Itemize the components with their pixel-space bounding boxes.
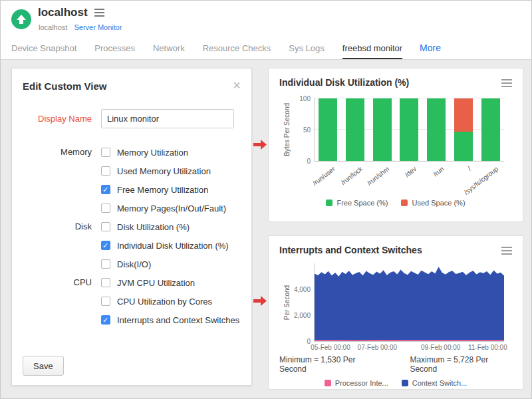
legend-label: Processor Inte... (335, 379, 388, 387)
legend-swatch (402, 380, 408, 386)
bar-category-cell: /run (422, 162, 450, 194)
checkbox-label: CPU Utilization by Cores (117, 297, 212, 307)
breadcrumb-host[interactable]: localhost (39, 23, 67, 31)
display-name-input[interactable] (101, 109, 234, 128)
app-window: localhost localhost Server Monitor Devic… (0, 0, 532, 399)
legend-item-free-space[interactable]: Free Space (%) (326, 199, 388, 207)
checkbox-option-individual-disk-utilization[interactable]: Individual Disk Utilization (%) (101, 236, 241, 255)
bar-category-label: / (466, 165, 472, 172)
y-tick-label: 100 (299, 95, 311, 102)
red-arrow-icon (253, 139, 267, 150)
tab-resource-checks[interactable]: Resource Checks (203, 38, 271, 59)
free-space-segment (346, 98, 364, 161)
checkbox-checked[interactable] (101, 185, 110, 194)
display-name-row: Display Name (23, 109, 241, 128)
bar-run-lock[interactable] (346, 98, 364, 161)
tab-processes[interactable]: Processes (94, 38, 135, 59)
bar-[interactable] (454, 98, 473, 161)
checkbox-checked[interactable] (101, 241, 110, 250)
bar-category-cell: /run/shm (368, 162, 396, 194)
bar-category-label: /run (432, 165, 445, 178)
checkbox-label: JVM CPU Utilization (117, 278, 195, 288)
checkbox-option-free-memory-utilization[interactable]: Free Memory Utilization (101, 180, 241, 199)
checkbox-option-used-memory-utilization[interactable]: Used Memory Utilization (101, 162, 241, 180)
tab-freebsd-monitor[interactable]: freebsd monitor (342, 38, 402, 59)
tab-device-snapshot[interactable]: Device Snapshot (11, 38, 76, 59)
checkbox-label: Free Memory Utilization (117, 185, 208, 195)
checkbox-label: Individual Disk Utilization (%) (117, 241, 229, 251)
checkbox-unchecked[interactable] (101, 148, 110, 157)
modal-title: Edit Custom View (23, 80, 106, 92)
legend-label: Context Switch... (412, 379, 467, 387)
group-label: Memory (23, 143, 101, 217)
edit-custom-view-modal: Edit Custom View × Display Name MemoryMe… (11, 68, 252, 386)
more-link[interactable]: More (420, 38, 441, 59)
group-options: Disk Utilization (%)Individual Disk Util… (101, 217, 241, 273)
free-space-segment (319, 98, 337, 161)
checkbox-unchecked[interactable] (101, 203, 110, 213)
used-space-segment (454, 98, 473, 132)
display-name-label: Display Name (23, 114, 101, 124)
bar-category-cell: /run/lock (341, 162, 368, 194)
maximum-stat: Maximum = 5,728 Per Second (410, 355, 512, 374)
checkbox-unchecked[interactable] (101, 222, 110, 231)
chart-menu-icon[interactable] (501, 245, 512, 257)
tab-network[interactable]: Network (153, 38, 185, 59)
checkbox-option-interrupts-and-context-switches[interactable]: Interrupts and Context Switches (101, 311, 241, 329)
y-tick-label: 0 (307, 338, 311, 345)
page-title: localhost (38, 6, 88, 19)
free-space-segment (427, 98, 446, 161)
checkbox-option-memory-utilization[interactable]: Memory Utilization (101, 143, 241, 162)
interrupts-chart-legend: Processor Inte...Context Switch... (279, 379, 512, 387)
title-menu-icon[interactable] (94, 7, 104, 19)
x-axis-label: 09-Feb 00:00 (421, 344, 461, 351)
free-space-segment (400, 98, 418, 161)
bar-dev[interactable] (400, 98, 418, 161)
checkbox-label: Disk(I/O) (117, 259, 151, 269)
checkbox-option-disk-utilization[interactable]: Disk Utilization (%) (101, 217, 241, 236)
bar-sys-fs-cgroup[interactable] (481, 98, 500, 161)
group-cpu: CPUJVM CPU UtilizationCPU Utilization by… (23, 273, 241, 329)
y-tick-label: 50 (303, 126, 311, 134)
interrupts-chart-x-labels: 05-Feb 00:0007-Feb 00:0009-Feb 00:0011-F… (314, 342, 504, 352)
chart-menu-icon[interactable] (501, 77, 512, 89)
legend-swatch (326, 200, 332, 206)
checkbox-checked[interactable] (101, 315, 110, 325)
y-tick-label: 2,000 (294, 312, 311, 319)
group-memory: MemoryMemory UtilizationUsed Memory Util… (23, 143, 241, 217)
checkbox-option-memory-pages-in-out-fault[interactable]: Memory Pages(In/Out/Fault) (101, 199, 241, 217)
disk-chart-legend: Free Space (%)Used Space (%) (279, 199, 512, 207)
chart-stats: Minimum = 1,530 Per Second Maximum = 5,7… (279, 355, 512, 374)
x-axis-label: 11-Feb 00:00 (468, 344, 507, 351)
bar-run-user[interactable] (319, 98, 337, 161)
bar-category-cell: /run/user (314, 162, 341, 194)
checkbox-option-cpu-utilization-by-cores[interactable]: CPU Utilization by Cores (101, 292, 241, 311)
disk-utilization-card: Individual Disk Utilization (%) Bytes Pe… (268, 68, 523, 222)
legend-item-context-switch[interactable]: Context Switch... (402, 379, 467, 387)
tab-sys-logs[interactable]: Sys Logs (289, 38, 324, 59)
checkbox-unchecked[interactable] (101, 297, 110, 306)
checkbox-label: Used Memory Utilization (117, 166, 211, 176)
legend-item-used-space[interactable]: Used Space (%) (401, 199, 465, 207)
interrupts-area-chart: Per Second 02,0004,000 (314, 263, 504, 342)
close-icon[interactable]: × (233, 80, 241, 90)
x-axis-label: 07-Feb 00:00 (358, 344, 398, 351)
area-series-processor-inte (315, 340, 504, 341)
free-space-segment (481, 98, 500, 161)
bar-category-label: /run/lock (339, 165, 364, 186)
checkbox-option-jvm-cpu-utilization[interactable]: JVM CPU Utilization (101, 273, 241, 292)
checkbox-option-disk-i-o[interactable]: Disk(I/O) (101, 255, 241, 273)
main-content: Edit Custom View × Display Name MemoryMe… (1, 61, 531, 398)
breadcrumb-server-monitor[interactable]: Server Monitor (74, 23, 122, 31)
checkbox-unchecked[interactable] (101, 278, 110, 287)
legend-item-processor-inte[interactable]: Processor Inte... (325, 379, 388, 387)
checkbox-unchecked[interactable] (101, 259, 110, 269)
bar-run-shm[interactable] (373, 98, 392, 161)
disk-bar-chart: Bytes Per Second 050100 (314, 98, 504, 162)
save-button[interactable]: Save (23, 356, 64, 376)
checkbox-unchecked[interactable] (101, 166, 110, 176)
disk-chart-title: Individual Disk Utilization (%) (279, 77, 409, 88)
bar-run[interactable] (427, 98, 446, 161)
group-label: CPU (23, 273, 101, 329)
free-space-segment (454, 132, 473, 161)
